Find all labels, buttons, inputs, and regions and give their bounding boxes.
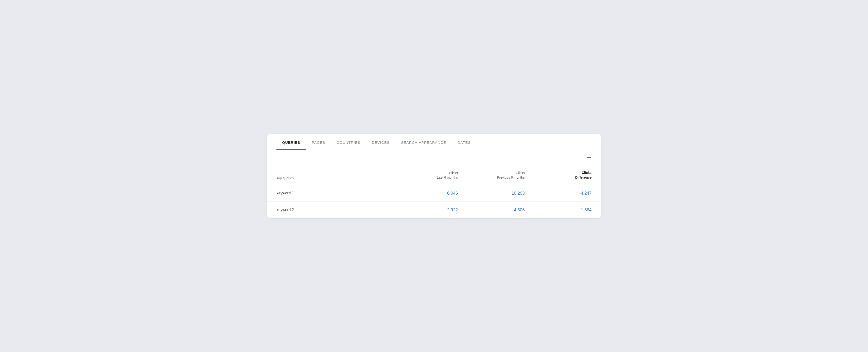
clicks-last-line2: Last 6 months <box>437 176 458 179</box>
clicks-prev-line2: Previous 6 months <box>497 176 525 179</box>
row-clicks-last: 6,046 <box>391 191 458 196</box>
row-clicks-prev: 10,293 <box>458 191 525 196</box>
tab-dates[interactable]: DATES <box>452 134 476 150</box>
column-header-clicks-prev[interactable]: Clicks Previous 6 months <box>458 171 525 180</box>
table-row: keyword 2 2,922 4,606 -1,684 <box>267 202 601 218</box>
column-header-clicks-last[interactable]: Clicks Last 6 months <box>391 171 458 180</box>
row-clicks-diff: -4,247 <box>525 191 592 196</box>
column-header-clicks-diff[interactable]: ↑Clicks Difference <box>525 170 592 180</box>
clicks-last-line1: Clicks <box>449 171 458 175</box>
tabs-container: QUERIES PAGES COUNTRIES DEVICES SEARCH A… <box>267 134 601 150</box>
row-clicks-last: 2,922 <box>391 207 458 212</box>
tab-queries[interactable]: QUERIES <box>276 134 306 150</box>
filter-line-2 <box>587 157 591 158</box>
data-table: Top queries Clicks Last 6 months Clicks … <box>267 165 601 218</box>
main-card: QUERIES PAGES COUNTRIES DEVICES SEARCH A… <box>267 134 601 218</box>
filter-icon[interactable] <box>586 156 592 159</box>
keyword-label: keyword 2 <box>276 208 391 212</box>
filter-row <box>267 150 601 165</box>
table-header: Top queries Clicks Last 6 months Clicks … <box>267 165 601 185</box>
row-clicks-prev: 4,606 <box>458 207 525 212</box>
clicks-prev-line1: Clicks <box>516 171 525 175</box>
filter-line-1 <box>586 156 592 156</box>
filter-line-3 <box>588 159 590 159</box>
tab-countries[interactable]: COUNTRIES <box>331 134 366 150</box>
tab-devices[interactable]: DEVICES <box>366 134 395 150</box>
row-clicks-diff: -1,684 <box>525 207 592 212</box>
column-label-queries: Top queries <box>276 176 391 180</box>
tab-pages[interactable]: PAGES <box>306 134 331 150</box>
table-row: keyword 1 6,046 10,293 -4,247 <box>267 185 601 202</box>
clicks-diff-line2: Difference <box>575 176 592 179</box>
sort-arrow-icon: ↑ <box>579 170 581 175</box>
keyword-label: keyword 1 <box>276 191 391 195</box>
clicks-diff-line1: Clicks <box>582 171 592 175</box>
tab-search-appearance[interactable]: SEARCH APPEARANCE <box>395 134 452 150</box>
